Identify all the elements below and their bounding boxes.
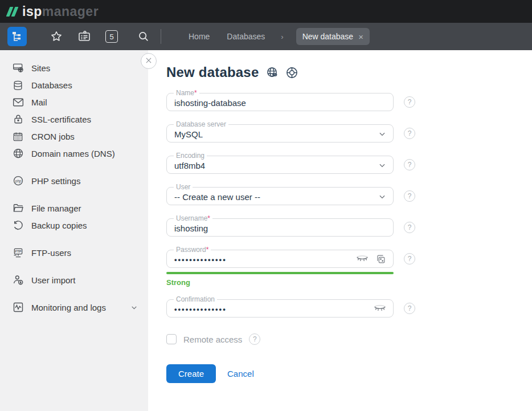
sidebar-item-php-settings[interactable]: php PHP settings bbox=[0, 172, 148, 189]
account-card-button[interactable] bbox=[75, 27, 94, 46]
ispmanager-logo[interactable]: ispmanager bbox=[8, 4, 99, 19]
sites-icon bbox=[12, 62, 24, 74]
help-icon[interactable]: ? bbox=[249, 333, 260, 345]
sidebar-item-ftp-users[interactable]: FTP FTP-users bbox=[0, 244, 148, 261]
help-icon[interactable]: ? bbox=[404, 253, 415, 264]
user-field-row: User -- Create a new user -- ? bbox=[166, 187, 532, 205]
help-icon[interactable]: ? bbox=[404, 128, 415, 139]
folder-icon bbox=[12, 202, 24, 214]
sidebar-item-label: File manager bbox=[31, 204, 138, 213]
username-label: Username* bbox=[174, 214, 212, 222]
app-window: ispmanager 5 Home Databases › New databa… bbox=[0, 0, 532, 411]
main-content: New database Name* ? Database server MyS… bbox=[148, 50, 532, 411]
name-label: Name* bbox=[174, 89, 199, 97]
php-icon: php bbox=[12, 175, 24, 187]
sidebar-item-label: FTP-users bbox=[31, 248, 138, 258]
breadcrumb-home[interactable]: Home bbox=[189, 32, 210, 41]
remote-access-label[interactable]: Remote access bbox=[183, 335, 242, 344]
tab-label: New database bbox=[302, 32, 354, 41]
encoding-label: Encoding bbox=[174, 152, 207, 160]
breadcrumb-chevron-icon: › bbox=[281, 32, 283, 41]
backup-restore-icon bbox=[12, 219, 24, 231]
topbar: ispmanager bbox=[0, 0, 532, 23]
help-icon[interactable]: ? bbox=[404, 222, 415, 233]
sidebar-item-label: User import bbox=[31, 275, 138, 285]
tree-icon bbox=[11, 31, 23, 42]
close-icon bbox=[145, 56, 153, 66]
sidebar-item-ssl-certificates[interactable]: SSL-certificates bbox=[0, 111, 148, 128]
chevron-down-icon bbox=[378, 193, 386, 203]
sidebar-item-databases[interactable]: Databases bbox=[0, 76, 148, 93]
sidebar-item-monitoring-and-logs[interactable]: Monitoring and logs bbox=[0, 299, 148, 316]
form-buttons: Create Cancel bbox=[166, 364, 532, 383]
ftp-icon: FTP bbox=[12, 247, 24, 259]
remote-access-row: Remote access ? bbox=[166, 333, 532, 345]
user-select[interactable]: User -- Create a new user -- bbox=[166, 187, 394, 205]
remote-access-checkbox[interactable] bbox=[166, 334, 177, 344]
sidebar-item-cron-jobs[interactable]: CRON jobs bbox=[0, 128, 148, 145]
notifications-button[interactable]: 5 bbox=[102, 27, 121, 46]
tab-close-icon[interactable]: × bbox=[358, 32, 363, 41]
sidebar-item-mail[interactable]: Mail bbox=[0, 93, 148, 111]
password-block: Password* ? Strong bbox=[166, 250, 532, 287]
chevron-down-icon bbox=[130, 304, 138, 311]
username-field: Username* bbox=[166, 218, 394, 237]
logo-text-isp: isp bbox=[22, 4, 42, 19]
help-icon[interactable]: ? bbox=[404, 96, 415, 108]
favorites-button[interactable] bbox=[47, 27, 66, 46]
sidebar-item-backup-copies[interactable]: Backup copies bbox=[0, 217, 148, 234]
encoding-field-row: Encoding utf8mb4 ? bbox=[166, 156, 532, 174]
password-field: Password* bbox=[166, 250, 394, 268]
encoding-select[interactable]: Encoding utf8mb4 bbox=[166, 156, 394, 174]
help-lifebuoy-icon[interactable] bbox=[285, 66, 298, 79]
database-server-field-row: Database server MySQL ? bbox=[166, 124, 532, 143]
badge-count: 5 bbox=[105, 30, 118, 43]
create-button[interactable]: Create bbox=[166, 364, 216, 383]
sidebar-item-label: CRON jobs bbox=[31, 132, 138, 141]
help-icon[interactable]: ? bbox=[404, 190, 415, 202]
globe-dns-icon bbox=[12, 148, 24, 160]
page-title-row: New database bbox=[166, 64, 532, 80]
show-password-eye-icon[interactable] bbox=[356, 254, 369, 263]
database-server-select[interactable]: Database server MySQL bbox=[166, 124, 394, 143]
star-icon bbox=[50, 30, 63, 43]
sidebar-item-domain-names-dns[interactable]: Domain names (DNS) bbox=[0, 145, 148, 162]
sidebar-item-user-import[interactable]: User import bbox=[0, 271, 148, 288]
password-strength-label: Strong bbox=[166, 278, 532, 287]
required-asterisk: * bbox=[207, 214, 210, 222]
database-icon bbox=[12, 79, 24, 91]
help-icon[interactable]: ? bbox=[404, 303, 415, 314]
tab-new-database[interactable]: New database × bbox=[296, 28, 370, 45]
sidebar-item-file-manager[interactable]: File manager bbox=[0, 200, 148, 217]
confirmation-field: Confirmation bbox=[166, 299, 394, 318]
user-value: -- Create a new user -- bbox=[167, 191, 260, 202]
breadcrumb: Home Databases › New database × bbox=[189, 28, 370, 45]
site-tree-button[interactable] bbox=[7, 27, 27, 46]
padlock-icon bbox=[12, 113, 24, 125]
user-label: User bbox=[174, 183, 193, 191]
generate-password-dice-icon[interactable] bbox=[375, 254, 386, 264]
help-icon[interactable]: ? bbox=[404, 159, 415, 170]
search-icon bbox=[137, 30, 150, 43]
domain-link-icon[interactable] bbox=[265, 66, 279, 79]
sidebar-item-label: SSL-certificates bbox=[31, 115, 138, 124]
search-button[interactable] bbox=[134, 27, 153, 46]
chevron-down-icon bbox=[378, 161, 386, 172]
cancel-button[interactable]: Cancel bbox=[227, 369, 254, 379]
toolbar-divider bbox=[161, 29, 161, 44]
show-password-eye-icon[interactable] bbox=[374, 304, 386, 313]
name-field: Name* bbox=[166, 93, 394, 111]
calendar-icon bbox=[12, 131, 24, 143]
sidebar-item-label: Sites bbox=[31, 63, 138, 73]
sidebar-item-label: PHP settings bbox=[31, 176, 138, 186]
breadcrumb-databases[interactable]: Databases bbox=[227, 32, 265, 41]
username-field-row: Username* ? bbox=[166, 218, 532, 237]
confirmation-label: Confirmation bbox=[174, 295, 217, 303]
password-field-row: Password* ? bbox=[166, 250, 532, 268]
close-form-button[interactable] bbox=[141, 53, 157, 69]
chevron-down-icon bbox=[378, 130, 386, 140]
svg-text:FTP: FTP bbox=[15, 250, 21, 253]
sidebar-item-sites[interactable]: Sites bbox=[0, 59, 148, 76]
name-input[interactable] bbox=[167, 93, 393, 111]
password-label: Password* bbox=[174, 246, 211, 254]
